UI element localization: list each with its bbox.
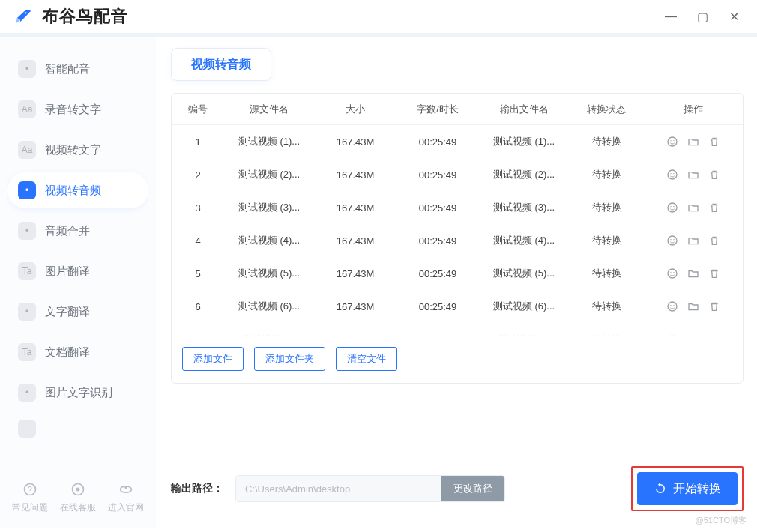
table-row[interactable]: 7 测试视频 (7) 167.43M 00:25:49 测试视频 (7) 待转换	[172, 323, 743, 336]
folder-icon[interactable]	[687, 201, 700, 214]
Ta-icon: Ta	[18, 343, 36, 361]
cell-duration: 00:25:49	[396, 169, 479, 181]
cell-output: 测试视频 (7)	[479, 333, 569, 336]
preview-icon[interactable]	[666, 201, 679, 214]
trash-icon[interactable]	[708, 135, 721, 148]
svg-point-7	[670, 140, 671, 141]
svg-point-8	[673, 140, 674, 141]
trash-icon[interactable]	[708, 333, 721, 336]
sidebar-item-more	[7, 411, 148, 447]
preview-icon[interactable]	[666, 135, 679, 148]
cell-source: 测试视频 (3)...	[224, 201, 314, 214]
cell-ops	[644, 135, 743, 148]
preview-icon[interactable]	[666, 300, 679, 313]
trash-icon[interactable]	[708, 267, 721, 280]
table-row[interactable]: 6 测试视频 (6)... 167.43M 00:25:49 测试视频 (6).…	[172, 290, 743, 323]
Aa-icon: Aa	[18, 100, 36, 118]
cell-size: 167.43M	[314, 202, 396, 214]
trans-icon: •	[18, 303, 36, 321]
header-status: 转换状态	[569, 103, 644, 116]
sidebar-item-label: 视频转音频	[45, 184, 101, 198]
cell-size: 167.43M	[314, 301, 396, 312]
change-path-button[interactable]: 更改路径	[441, 476, 504, 501]
cell-duration: 00:25:49	[396, 334, 479, 337]
wave-icon: •	[18, 181, 36, 199]
add-file-button[interactable]: 添加文件	[182, 347, 244, 371]
sidebar-item-4[interactable]: • 音频合并	[7, 213, 148, 249]
cell-duration: 00:25:49	[396, 301, 479, 312]
cell-ops	[644, 300, 743, 313]
preview-icon[interactable]	[666, 267, 679, 280]
cell-index: 2	[172, 169, 224, 181]
cell-output: 测试视频 (1)...	[479, 135, 569, 148]
preview-icon[interactable]	[666, 333, 679, 336]
trash-icon[interactable]	[708, 201, 721, 214]
table-row[interactable]: 1 测试视频 (1)... 167.43M 00:25:49 测试视频 (1).…	[172, 125, 743, 158]
cell-index: 7	[172, 334, 224, 337]
file-table: 编号 源文件名 大小 字数/时长 输出文件名 转换状态 操作 1 测试视频 (1…	[171, 93, 744, 384]
output-path-label: 输出路径：	[171, 482, 223, 495]
trash-icon[interactable]	[708, 234, 721, 247]
support-icon	[70, 482, 85, 497]
svg-point-21	[668, 302, 677, 311]
highlight-frame: 开始转换	[631, 466, 744, 511]
svg-point-24	[668, 335, 677, 336]
sidebar-item-1[interactable]: Aa 录音转文字	[7, 91, 148, 127]
table-row[interactable]: 3 测试视频 (3)... 167.43M 00:25:49 测试视频 (3).…	[172, 191, 743, 224]
sidebar-item-5[interactable]: Ta 图片翻译	[7, 253, 148, 289]
svg-point-12	[668, 203, 677, 212]
trash-icon[interactable]	[708, 300, 721, 313]
active-tab[interactable]: 视频转音频	[171, 48, 271, 81]
footer-link-help[interactable]: ?常见问题	[12, 482, 48, 514]
folder-icon[interactable]	[687, 333, 700, 336]
close-button[interactable]: ✕	[729, 11, 739, 22]
sidebar-item-2[interactable]: Aa 视频转文字	[7, 132, 148, 168]
svg-point-16	[670, 239, 671, 240]
footer-link-site[interactable]: 进入官网	[108, 482, 144, 514]
cell-status: 待转换	[569, 234, 644, 247]
header-output: 输出文件名	[479, 103, 569, 116]
cell-duration: 00:25:49	[396, 235, 479, 247]
output-path-input[interactable]: C:\Users\Admin\desktop	[236, 476, 441, 501]
table-row[interactable]: 2 测试视频 (2)... 167.43M 00:25:49 测试视频 (2).…	[172, 158, 743, 191]
Aa-icon: Aa	[18, 141, 36, 159]
footer-link-support[interactable]: 在线客服	[60, 482, 96, 514]
folder-icon[interactable]	[687, 267, 700, 280]
footer-link-label: 进入官网	[108, 501, 144, 514]
bubble-icon: •	[18, 60, 36, 78]
cell-size: 167.43M	[314, 136, 396, 148]
cell-index: 4	[172, 235, 224, 247]
svg-point-18	[668, 269, 677, 278]
maximize-button[interactable]: ▢	[697, 11, 708, 22]
add-folder-button[interactable]: 添加文件夹	[254, 347, 325, 371]
cell-ops	[644, 267, 743, 280]
sidebar-item-0[interactable]: • 智能配音	[7, 51, 148, 87]
folder-icon[interactable]	[687, 135, 700, 148]
trash-icon[interactable]	[708, 168, 721, 181]
cell-status: 待转换	[569, 333, 644, 336]
start-convert-button[interactable]: 开始转换	[637, 472, 738, 505]
cell-source: 测试视频 (7)	[224, 333, 314, 336]
cell-output: 测试视频 (3)...	[479, 201, 569, 214]
sidebar-item-7[interactable]: Ta 文档翻译	[7, 334, 148, 370]
sidebar-item-label: 录音转文字	[45, 103, 101, 117]
clear-button[interactable]: 清空文件	[336, 347, 397, 371]
sidebar-item-3[interactable]: • 视频转音频	[7, 172, 148, 208]
cell-status: 待转换	[569, 267, 644, 280]
table-row[interactable]: 5 测试视频 (5)... 167.43M 00:25:49 测试视频 (5).…	[172, 257, 743, 290]
sidebar-item-8[interactable]: • 图片文字识别	[7, 375, 148, 411]
cell-size: 167.43M	[314, 169, 396, 181]
svg-point-11	[673, 173, 674, 174]
preview-icon[interactable]	[666, 234, 679, 247]
preview-icon[interactable]	[666, 168, 679, 181]
folder-icon[interactable]	[687, 300, 700, 313]
sidebar-item-label: 智能配音	[45, 62, 90, 76]
folder-icon[interactable]	[687, 234, 700, 247]
cell-status: 待转换	[569, 300, 644, 313]
table-row[interactable]: 4 测试视频 (4)... 167.43M 00:25:49 测试视频 (4).…	[172, 224, 743, 257]
minimize-button[interactable]: —	[666, 11, 676, 22]
sidebar-item-6[interactable]: • 文字翻译	[7, 294, 148, 330]
svg-point-13	[670, 206, 671, 207]
folder-icon[interactable]	[687, 168, 700, 181]
svg-point-23	[673, 305, 674, 306]
